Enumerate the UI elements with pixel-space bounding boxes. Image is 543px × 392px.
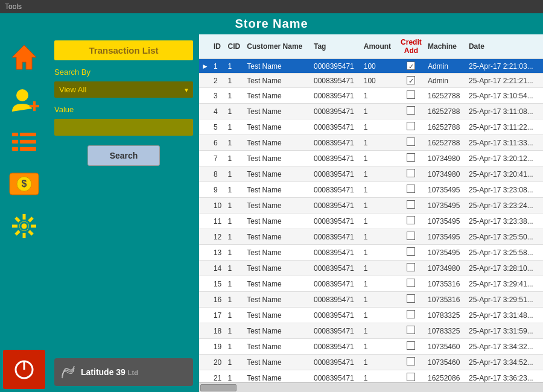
cell-name: Test Name	[244, 88, 311, 104]
row-arrow-cell	[199, 151, 211, 166]
table-row[interactable]: 31Test Name000839547111625278825-Apr-17 …	[199, 88, 543, 104]
search-button[interactable]: Search	[87, 145, 160, 166]
table-wrapper[interactable]: ID CID Customer Name Tag Amount CreditAd…	[199, 34, 543, 382]
table-row[interactable]: 61Test Name000839547111625278825-Apr-17 …	[199, 135, 543, 151]
value-label: Value	[54, 105, 193, 114]
cell-cid: 1	[226, 276, 245, 292]
cell-machine: 16252788	[425, 135, 466, 151]
cell-tag: 0008395471	[311, 198, 361, 213]
cell-date: 25-Apr-17 3:11:33...	[466, 135, 543, 151]
cell-date: 25-Apr-17 3:34:32...	[466, 339, 543, 355]
sidebar-item-list[interactable]	[3, 122, 45, 161]
sidebar-item-money[interactable]: $	[3, 164, 45, 203]
cell-cid: 1	[226, 245, 245, 261]
cell-date: 25-Apr-17 3:11:22...	[466, 119, 543, 135]
sidebar-item-add-customer[interactable]	[3, 80, 45, 119]
table-row[interactable]: 111Test Name000839547111073549525-Apr-17…	[199, 213, 543, 229]
cell-amount: 1	[361, 88, 397, 104]
table-row[interactable]: ►11Test Name0008395471100Admin25-Apr-17 …	[199, 59, 543, 74]
cell-id: 19	[211, 339, 226, 355]
col-cid: CID	[226, 34, 245, 59]
table-row[interactable]: 21Test Name0008395471100Admin25-Apr-17 2…	[199, 74, 543, 88]
cell-date: 25-Apr-17 3:31:48...	[466, 308, 543, 323]
cell-credit	[397, 198, 425, 213]
table-row[interactable]: 131Test Name000839547111073549525-Apr-17…	[199, 245, 543, 261]
row-arrow-cell	[199, 370, 211, 383]
cell-tag: 0008395471	[311, 182, 361, 198]
table-row[interactable]: 41Test Name000839547111625278825-Apr-17 …	[199, 104, 543, 119]
cell-amount: 1	[361, 151, 397, 166]
tools-menu[interactable]: Tools	[5, 2, 22, 11]
table-row[interactable]: 81Test Name000839547111073498025-Apr-17 …	[199, 166, 543, 182]
cell-machine: 10735316	[425, 292, 466, 308]
row-arrow-cell	[199, 74, 211, 88]
cell-cid: 1	[226, 370, 245, 383]
table-row[interactable]: 151Test Name000839547111073531625-Apr-17…	[199, 276, 543, 292]
search-by-select[interactable]: View All By ID By Customer By Date	[54, 81, 193, 98]
horizontal-scrollbar[interactable]	[199, 382, 543, 392]
sidebar-item-home[interactable]	[3, 37, 45, 77]
table-row[interactable]: 181Test Name000839547111078332525-Apr-17…	[199, 323, 543, 339]
cell-name: Test Name	[244, 292, 311, 308]
cell-cid: 1	[226, 182, 245, 198]
cell-machine: 16252788	[425, 88, 466, 104]
cell-tag: 0008395471	[311, 308, 361, 323]
cell-name: Test Name	[244, 151, 311, 166]
cell-machine: 10734980	[425, 166, 466, 182]
row-arrow-cell: ►	[199, 59, 211, 74]
sidebar-item-settings[interactable]	[3, 206, 45, 245]
sidebar: $	[0, 34, 48, 392]
cell-credit	[397, 135, 425, 151]
search-by-label: Search By	[54, 68, 193, 77]
cell-credit	[397, 59, 425, 74]
cell-date: 25-Apr-17 3:23:24...	[466, 198, 543, 213]
table-row[interactable]: 71Test Name000839547111073498025-Apr-17 …	[199, 151, 543, 166]
cell-id: 3	[211, 88, 226, 104]
app-title: Store Name	[235, 17, 308, 31]
cell-machine: 10735495	[425, 198, 466, 213]
cell-tag: 0008395471	[311, 88, 361, 104]
cell-machine: 16252086	[425, 370, 466, 383]
table-row[interactable]: 171Test Name000839547111078332525-Apr-17…	[199, 308, 543, 323]
table-row[interactable]: 51Test Name000839547111625278825-Apr-17 …	[199, 119, 543, 135]
table-area: ID CID Customer Name Tag Amount CreditAd…	[199, 34, 543, 392]
table-row[interactable]: 161Test Name000839547111073531625-Apr-17…	[199, 292, 543, 308]
col-tag: Tag	[311, 34, 361, 59]
cell-date: 25-Apr-17 3:10:54...	[466, 88, 543, 104]
cell-machine: Admin	[425, 74, 466, 88]
table-row[interactable]: 191Test Name000839547111073546025-Apr-17…	[199, 339, 543, 355]
cell-amount: 1	[361, 245, 397, 261]
cell-id: 2	[211, 74, 226, 88]
cell-machine: 10783325	[425, 308, 466, 323]
cell-id: 16	[211, 292, 226, 308]
table-row[interactable]: 91Test Name000839547111073549525-Apr-17 …	[199, 182, 543, 198]
scroll-thumb[interactable]	[200, 384, 237, 391]
cell-machine: 10735316	[425, 276, 466, 292]
cell-tag: 0008395471	[311, 119, 361, 135]
cell-machine: 16252788	[425, 119, 466, 135]
cell-name: Test Name	[244, 308, 311, 323]
table-row[interactable]: 211Test Name000839547111625208625-Apr-17…	[199, 370, 543, 383]
cell-cid: 1	[226, 308, 245, 323]
cell-tag: 0008395471	[311, 245, 361, 261]
cell-credit	[397, 119, 425, 135]
cell-machine: 10735495	[425, 182, 466, 198]
power-button[interactable]	[3, 350, 45, 389]
table-row[interactable]: 101Test Name000839547111073549525-Apr-17…	[199, 198, 543, 213]
cell-cid: 1	[226, 59, 245, 74]
table-row[interactable]: 121Test Name000839547111073549525-Apr-17…	[199, 229, 543, 245]
cell-amount: 1	[361, 276, 397, 292]
value-input[interactable]	[54, 119, 193, 136]
cell-cid: 1	[226, 74, 245, 88]
row-arrow-cell	[199, 135, 211, 151]
menu-bar: Tools	[0, 0, 543, 13]
cell-amount: 1	[361, 166, 397, 182]
cell-tag: 0008395471	[311, 213, 361, 229]
cell-amount: 1	[361, 198, 397, 213]
table-row[interactable]: 201Test Name000839547111073546025-Apr-17…	[199, 355, 543, 370]
cell-name: Test Name	[244, 135, 311, 151]
svg-rect-7	[20, 140, 36, 144]
table-row[interactable]: 141Test Name000839547111073498025-Apr-17…	[199, 261, 543, 276]
cell-tag: 0008395471	[311, 339, 361, 355]
cell-name: Test Name	[244, 119, 311, 135]
